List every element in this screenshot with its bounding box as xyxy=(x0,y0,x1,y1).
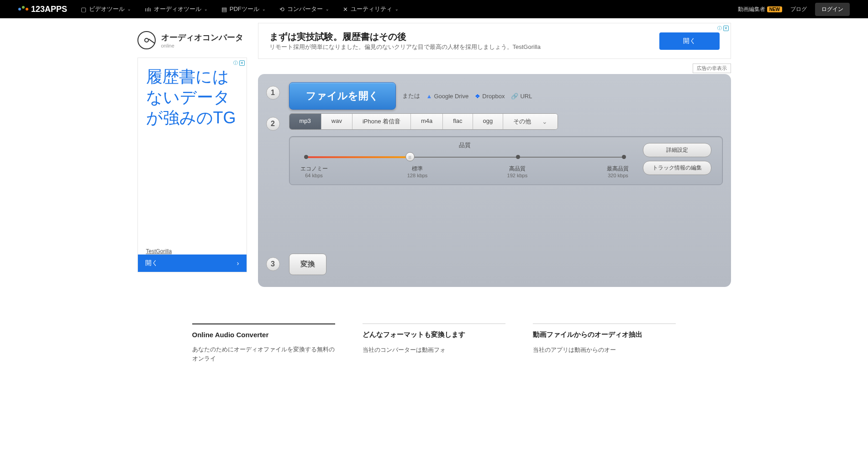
quality-label: 品質 xyxy=(300,141,629,149)
utility-icon: ✕ xyxy=(343,6,348,13)
format-tab-other[interactable]: その他 xyxy=(503,114,558,129)
ad-top: ⓘ ✕ まずは実技試験。履歴書はその後 リモート採用が簡単になりました。偏見のな… xyxy=(258,23,731,59)
info-section: Online Audio Converter あなたのためにオーディオファイルを… xyxy=(183,323,685,381)
quality-steps: エコノミー64 kbps 標準128 kbps 高品質192 kbps 最高品質… xyxy=(300,165,629,178)
ad-close-icon[interactable]: ✕ xyxy=(239,60,245,66)
topnav-right: 動画編集者 NEW ブログ ログイン xyxy=(738,3,850,16)
logo-text: 123APPS xyxy=(31,5,67,14)
pdf-icon: ▤ xyxy=(221,6,227,13)
step-3-number: 3 xyxy=(266,257,280,271)
ad-marker: ⓘ ✕ xyxy=(717,25,729,32)
topnav-left: 123APPS ▢ ビデオツール ⌄ ıılı オーディオツール ⌄ ▤ PDF… xyxy=(18,5,399,14)
ad-sidebar: ⓘ ✕ 履歴書にはないデータが強みのTG TestGorilla 開く › xyxy=(137,58,247,272)
format-tab-iphone[interactable]: iPhone 着信音 xyxy=(352,114,411,129)
converter-icon: ⟲ xyxy=(279,6,284,13)
info-col-3: 動画ファイルからのオーディオ抽出 当社のアプリは動画からのオー xyxy=(533,323,676,363)
chevron-down-icon: ⌄ xyxy=(204,7,208,11)
logo-dots-icon xyxy=(18,8,28,11)
info-col-1: Online Audio Converter あなたのためにオーディオファイルを… xyxy=(192,323,335,363)
info-title-3: 動画ファイルからのオーディオ抽出 xyxy=(533,330,676,339)
convert-button[interactable]: 変換 xyxy=(289,254,326,275)
format-tab-m4a[interactable]: m4a xyxy=(411,114,443,129)
nav-utility[interactable]: ✕ ユーティリティ ⌄ xyxy=(343,5,399,13)
step-2-number: 2 xyxy=(266,117,280,131)
page-title: オーディオコンバータ xyxy=(161,32,243,43)
ad-side-open-button[interactable]: 開く › xyxy=(138,255,247,272)
nav-pdf-tools[interactable]: ▤ PDFツール ⌄ xyxy=(221,5,266,13)
step-3-row: 3 変換 xyxy=(266,254,723,275)
quality-slider[interactable]: ||| xyxy=(304,155,626,159)
info-text-1: あなたのためにオーディオファイルを変換する無料のオンライ xyxy=(192,345,335,363)
brand-record-icon xyxy=(137,31,156,49)
blog-link[interactable]: ブログ xyxy=(790,5,807,13)
step-1-row: 1 ファイルを開く または ▲ Google Drive ❖ Dropbox 🔗… xyxy=(266,82,723,110)
chevron-right-icon: › xyxy=(237,260,239,267)
quality-step-economy: エコノミー64 kbps xyxy=(300,165,328,178)
page-subtitle: online xyxy=(161,43,243,48)
url-link[interactable]: 🔗 URL xyxy=(511,93,532,100)
google-drive-icon: ▲ xyxy=(426,93,432,100)
nav-video-tools[interactable]: ▢ ビデオツール ⌄ xyxy=(81,5,131,13)
ad-hide-link[interactable]: 広告の非表示 xyxy=(693,64,731,73)
brand-box: オーディオコンバータ online xyxy=(137,23,247,58)
quality-handle[interactable]: ||| xyxy=(405,152,415,161)
or-text: または xyxy=(402,92,420,100)
ad-info-icon[interactable]: ⓘ xyxy=(233,60,238,66)
ad-side-brand[interactable]: TestGorilla xyxy=(146,248,238,255)
google-drive-link[interactable]: ▲ Google Drive xyxy=(426,93,469,100)
quality-box: 品質 ||| xyxy=(289,136,723,185)
new-badge: NEW xyxy=(767,6,782,12)
quality-step-best: 最高品質320 kbps xyxy=(607,165,629,178)
chevron-down-icon: ⌄ xyxy=(326,7,329,11)
open-file-button[interactable]: ファイルを開く xyxy=(289,82,396,110)
video-icon: ▢ xyxy=(81,6,86,13)
step-2-row: 2 mp3 wav iPhone 着信音 m4a flac ogg その他 品質 xyxy=(266,113,723,185)
ad-top-title: まずは実技試験。履歴書はその後 xyxy=(269,31,659,43)
nav-converter[interactable]: ⟲ コンバーター ⌄ xyxy=(279,5,329,13)
ad-top-desc: リモート採用が簡単になりました。偏見のないクリアな目で最高の人材を採用しましょう… xyxy=(269,43,659,51)
quality-dot-3 xyxy=(516,155,520,159)
ad-side-text: 履歴書にはないデータが強みのTG xyxy=(146,66,238,248)
quality-dot-4 xyxy=(622,155,626,159)
login-button[interactable]: ログイン xyxy=(815,3,850,16)
quality-step-standard: 標準128 kbps xyxy=(407,165,428,178)
ad-top-open-button[interactable]: 開く xyxy=(659,32,720,50)
format-tab-mp3[interactable]: mp3 xyxy=(289,114,321,129)
chevron-down-icon: ⌄ xyxy=(262,7,266,11)
logo[interactable]: 123APPS xyxy=(18,5,67,14)
info-title-2: どんなフォーマットも変換します xyxy=(363,330,505,339)
advanced-settings-button[interactable]: 詳細設定 xyxy=(643,143,711,157)
ad-close-icon[interactable]: ✕ xyxy=(723,26,729,31)
ad-marker: ⓘ ✕ xyxy=(233,60,245,66)
link-icon: 🔗 xyxy=(511,93,518,100)
format-tab-wav[interactable]: wav xyxy=(321,114,352,129)
format-tabs: mp3 wav iPhone 着信音 m4a flac ogg その他 xyxy=(289,113,558,130)
info-title-1: Online Audio Converter xyxy=(192,331,335,339)
info-col-2: どんなフォーマットも変換します 当社のコンバーターは動画フォ xyxy=(363,323,505,363)
info-text-3: 当社のアプリは動画からのオー xyxy=(533,345,676,355)
step-1-number: 1 xyxy=(266,86,280,100)
converter-panel: 1 ファイルを開く または ▲ Google Drive ❖ Dropbox 🔗… xyxy=(258,74,731,287)
quality-step-high: 高品質192 kbps xyxy=(507,165,528,178)
audio-icon: ıılı xyxy=(145,6,151,13)
dropbox-link[interactable]: ❖ Dropbox xyxy=(475,93,505,100)
video-editor-link[interactable]: 動画編集者 NEW xyxy=(738,5,782,13)
nav-audio-tools[interactable]: ıılı オーディオツール ⌄ xyxy=(145,5,208,13)
chevron-down-icon: ⌄ xyxy=(127,7,131,11)
dropbox-icon: ❖ xyxy=(475,93,480,100)
chevron-down-icon: ⌄ xyxy=(395,7,399,11)
topnav: 123APPS ▢ ビデオツール ⌄ ıılı オーディオツール ⌄ ▤ PDF… xyxy=(0,0,868,18)
track-info-button[interactable]: トラック情報の編集 xyxy=(643,161,711,175)
quality-dot-1 xyxy=(304,155,308,159)
info-text-2: 当社のコンバーターは動画フォ xyxy=(363,345,505,355)
ad-info-icon[interactable]: ⓘ xyxy=(717,25,722,32)
format-tab-flac[interactable]: flac xyxy=(443,114,473,129)
format-tab-ogg[interactable]: ogg xyxy=(473,114,504,129)
